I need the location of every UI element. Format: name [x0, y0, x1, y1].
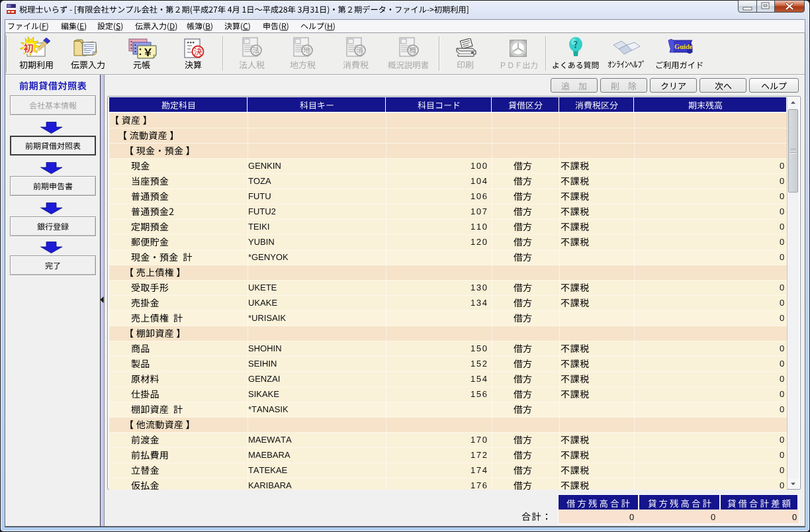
svg-text:Guide: Guide	[674, 43, 693, 50]
